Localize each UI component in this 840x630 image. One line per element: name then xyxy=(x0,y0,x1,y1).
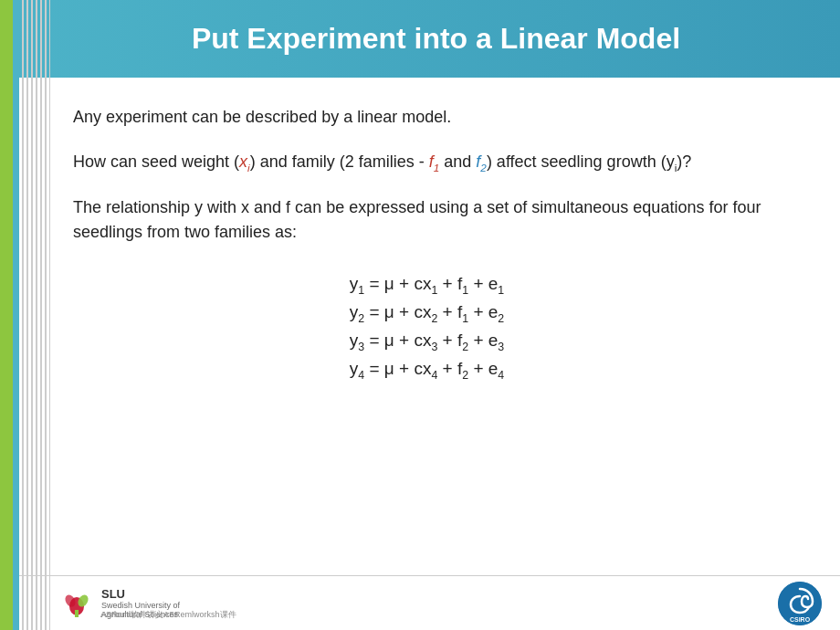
left-decoration xyxy=(0,0,50,630)
slide-title: Put Experiment into a Linear Model xyxy=(59,22,813,56)
svg-text:CSIRO: CSIRO xyxy=(790,616,811,623)
equation-1: y1 = μ + cx1 + f1 + e1 xyxy=(350,274,504,297)
paragraph-3: The relationship y with x and f can be e… xyxy=(73,195,781,245)
footer-text: ASReml软件讲义ASRemlworksh课件 xyxy=(100,609,236,621)
equation-4: y4 = μ + cx4 + f2 + e4 xyxy=(350,359,504,382)
teal-stripe xyxy=(13,0,19,630)
paragraph-1: Any experiment can be described by a lin… xyxy=(73,105,781,130)
line-stripes xyxy=(19,0,50,630)
csiro-logo: CSIRO xyxy=(778,582,822,625)
green-stripe xyxy=(0,0,13,630)
paragraph-2: How can seed weight (xi) and family (2 f… xyxy=(73,150,781,175)
equation-3: y3 = μ + cx3 + f2 + e3 xyxy=(350,331,504,353)
csiro-icon: CSIRO xyxy=(778,582,822,625)
slide: Put Experiment into a Linear Model Any e… xyxy=(0,0,840,630)
slide-header: Put Experiment into a Linear Model xyxy=(0,0,840,78)
equation-2: y2 = μ + cx2 + f1 + e2 xyxy=(350,302,504,325)
slide-content: Any experiment can be described by a lin… xyxy=(0,78,840,575)
equations-block: y1 = μ + cx1 + f1 + e1 y2 = μ + cx2 + f1… xyxy=(350,274,504,381)
svg-rect-3 xyxy=(75,610,79,617)
slu-name-label: SLU xyxy=(101,587,180,601)
slide-footer: SLU Swedish University of Agricultural S… xyxy=(0,575,840,630)
slu-icon xyxy=(59,586,94,621)
